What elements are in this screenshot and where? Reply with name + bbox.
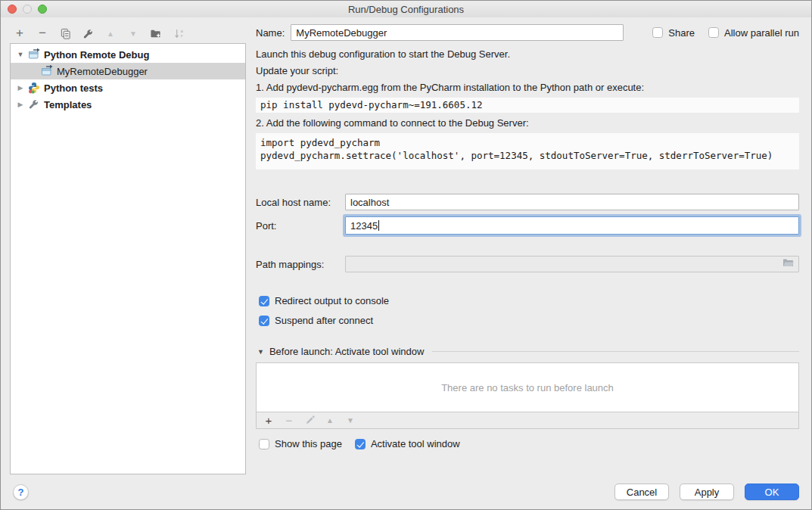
help-button[interactable]: ? [13, 484, 29, 500]
activate-tool-window-option[interactable]: Activate tool window [355, 438, 460, 449]
remote-debug-icon [28, 48, 40, 61]
footer-buttons: Cancel Apply OK [614, 484, 799, 500]
browse-folder-icon[interactable] [782, 258, 795, 270]
remove-task-icon: − [284, 415, 294, 426]
before-launch-label: Before launch: Activate tool window [269, 346, 425, 357]
path-mappings-label: Path mappings: [256, 259, 345, 270]
configuration-form: Name: Share Allow parallel run Launch th… [256, 17, 811, 474]
svg-text:z: z [180, 33, 182, 38]
activate-tool-window-label: Activate tool window [371, 438, 460, 449]
no-tasks-message: There are no tasks to run before launch [441, 382, 614, 393]
tree-item-label: Templates [44, 99, 92, 110]
move-task-down-icon: ▼ [345, 415, 356, 426]
dialog-content: + − ▲ ▼ [1, 17, 811, 474]
text-caret [378, 220, 379, 231]
local-host-row: Local host name: [256, 194, 799, 210]
close-window-button[interactable] [8, 5, 17, 14]
settrace-code-line-1: import pydevd_pycharm [260, 137, 380, 148]
window-title: Run/Debug Configurations [1, 4, 811, 15]
traffic-lights [1, 5, 47, 14]
path-mappings-row: Path mappings: [256, 256, 799, 272]
port-value: 12345 [350, 220, 378, 232]
expanded-arrow-icon[interactable]: ▼ [17, 51, 24, 58]
dialog-footer: ? Cancel Apply OK [1, 474, 811, 509]
tree-item-myremotedebugger[interactable]: MyRemoteDebugger [11, 63, 245, 79]
share-checkbox[interactable] [652, 27, 663, 38]
local-host-input[interactable] [345, 194, 799, 210]
suspend-after-connect-label: Suspend after connect [275, 315, 373, 326]
zoom-window-button[interactable] [38, 5, 47, 14]
title-bar: Run/Debug Configurations [1, 1, 811, 17]
redirect-output-row: Redirect output to console [256, 295, 799, 306]
add-icon[interactable]: + [14, 27, 26, 39]
step-1-text: 1. Add pydevd-pycharm.egg from the PyCha… [256, 79, 799, 96]
port-label: Port: [256, 220, 345, 232]
apply-button[interactable]: Apply [680, 484, 734, 500]
share-options: Share Allow parallel run [652, 27, 799, 39]
remote-debug-icon [41, 65, 53, 77]
tree-item-templates[interactable]: ▶ Templates [11, 96, 245, 113]
new-folder-icon[interactable] [150, 27, 162, 39]
path-mappings-input[interactable] [345, 256, 799, 272]
settrace-code: import pydevd_pycharmpydevd_pycharm.sett… [256, 133, 799, 169]
section-divider [432, 351, 799, 352]
python-tests-icon [28, 82, 40, 94]
move-down-icon: ▼ [127, 27, 139, 39]
redirect-output-label: Redirect output to console [275, 295, 389, 306]
suspend-after-connect-row: Suspend after connect [256, 315, 799, 326]
port-row: Port: 12345 [256, 216, 799, 235]
configurations-toolbar: + − ▲ ▼ [10, 23, 246, 43]
page-options-row: Show this page Activate tool window [256, 438, 799, 449]
suspend-after-connect-checkbox[interactable] [259, 316, 269, 326]
suspend-after-connect-option[interactable]: Suspend after connect [259, 315, 373, 326]
before-launch-header[interactable]: ▼ Before launch: Activate tool window [256, 346, 799, 357]
name-input[interactable] [291, 24, 624, 41]
collapsed-arrow-icon[interactable]: ▶ [17, 84, 24, 92]
share-option[interactable]: Share [652, 27, 695, 39]
activate-tool-window-checkbox[interactable] [355, 439, 366, 449]
pip-install-code: pip install pydevd-pycharm~=191.6605.12 [256, 98, 799, 113]
configurations-sidebar: + − ▲ ▼ [1, 17, 256, 474]
share-label: Share [668, 27, 695, 39]
add-task-icon[interactable]: + [263, 415, 274, 426]
show-this-page-label: Show this page [275, 438, 342, 449]
name-row: Name: Share Allow parallel run [256, 23, 799, 42]
show-this-page-option[interactable]: Show this page [259, 438, 342, 449]
edit-templates-icon[interactable] [82, 27, 94, 39]
ok-button[interactable]: OK [745, 484, 799, 500]
step-2-text: 2. Add the following command to connect … [256, 116, 799, 131]
before-launch-tasks-list[interactable]: There are no tasks to run before launch [256, 362, 799, 412]
move-up-icon: ▲ [104, 27, 117, 39]
tree-item-label: Python Remote Debug [44, 49, 149, 61]
port-input[interactable]: 12345 [345, 216, 799, 235]
sort-alphabetically-icon: a z [173, 27, 185, 39]
local-host-label: Local host name: [256, 197, 345, 208]
intro-text-2: Update your script: [256, 63, 799, 79]
tasks-toolbar: + − ▲ ▼ [256, 412, 799, 429]
name-label: Name: [256, 27, 285, 39]
redirect-output-checkbox[interactable] [259, 296, 269, 306]
tree-item-python-remote-debug[interactable]: ▼ Python Remote Debug [11, 46, 245, 63]
collapse-section-icon[interactable]: ▼ [257, 348, 264, 356]
configurations-tree: ▼ Python Remote Debug [10, 43, 246, 474]
cancel-button[interactable]: Cancel [614, 484, 669, 500]
move-task-up-icon: ▲ [325, 415, 335, 426]
minimize-window-button [23, 5, 32, 14]
tree-item-label: Python tests [44, 82, 103, 94]
tree-item-python-tests[interactable]: ▶ Python tests [11, 79, 245, 96]
redirect-output-option[interactable]: Redirect output to console [259, 295, 389, 306]
copy-icon[interactable] [59, 27, 71, 39]
allow-parallel-run-checkbox[interactable] [708, 27, 719, 38]
allow-parallel-run-label: Allow parallel run [724, 27, 799, 39]
run-debug-configurations-dialog: Run/Debug Configurations + − [0, 0, 812, 510]
wrench-icon [28, 98, 40, 110]
tree-item-label: MyRemoteDebugger [57, 66, 148, 77]
settrace-code-line-2: pydevd_pycharm.settrace('localhost', por… [260, 150, 773, 161]
collapsed-arrow-icon[interactable]: ▶ [17, 101, 24, 108]
allow-parallel-run-option[interactable]: Allow parallel run [708, 27, 799, 39]
remove-icon[interactable]: − [36, 27, 48, 39]
intro-text-1: Launch this debug configuration to start… [256, 46, 799, 63]
show-this-page-checkbox[interactable] [259, 439, 269, 449]
edit-task-icon [304, 415, 315, 426]
